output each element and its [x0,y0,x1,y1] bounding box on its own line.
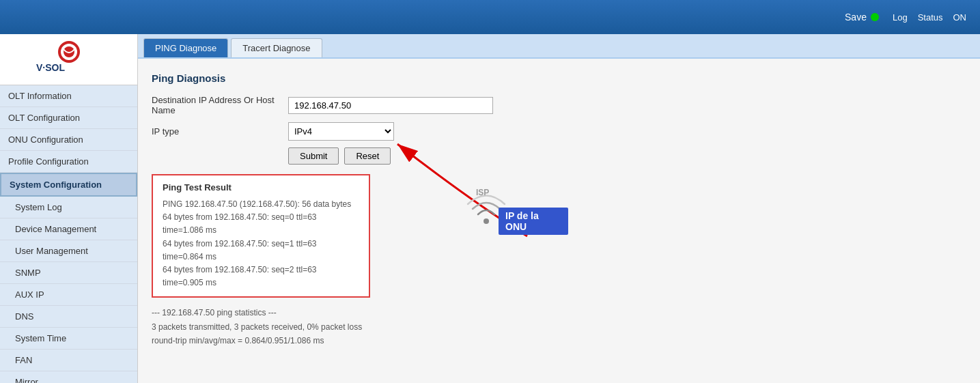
sidebar-item-fan[interactable]: FAN [0,350,137,371]
sidebar-item-aux-ip[interactable]: AUX IP [0,284,137,306]
log-link[interactable]: Log [893,12,908,23]
sidebar-item-olt-information[interactable]: OLT Information [0,85,137,107]
sidebar-item-user-management[interactable]: User Management [0,240,137,262]
header: Save Log Status ON [0,0,980,34]
ping-title: Ping Diagnosis [152,72,966,84]
submit-button[interactable]: Submit [288,147,339,165]
tab-tracert-diagnose[interactable]: Tracert Diagnose [231,38,322,57]
svg-text:V·SOL: V·SOL [36,62,65,73]
ip-type-select[interactable]: IPv4 IPv6 [288,122,394,141]
sidebar-item-snmp[interactable]: SNMP [0,262,137,284]
sidebar-item-dns[interactable]: DNS [0,306,137,328]
logo-area: V·SOL [0,34,137,85]
svg-point-5 [484,218,489,224]
reset-button[interactable]: Reset [344,147,391,165]
main-layout: V·SOL OLT InformationOLT ConfigurationON… [0,34,980,383]
save-label: Save [845,12,867,23]
ping-content: Ping Diagnosis Destination IP Address Or… [138,59,980,361]
ping-result-title: Ping Test Result [163,182,359,193]
vsol-logo: V·SOL [28,40,110,77]
sidebar-items-container: OLT InformationOLT ConfigurationONU Conf… [0,85,137,383]
tab-ping-diagnose[interactable]: PING Diagnose [143,38,228,57]
content-area: PING Diagnose Tracert Diagnose Ping Diag… [138,34,980,383]
dest-ip-input[interactable] [288,97,493,114]
status-indicator [871,13,879,21]
onu-annotation-label: IP de la ONU [499,208,568,235]
ip-type-row: IP type IPv4 IPv6 [152,122,966,141]
tab-bar: PING Diagnose Tracert Diagnose [138,34,980,59]
dest-ip-row: Destination IP Address Or Host Name [152,95,966,115]
wifi-icon: ISP [459,182,514,229]
ping-result-text: PING 192.168.47.50 (192.168.47.50): 56 d… [163,198,359,289]
on-link[interactable]: ON [953,12,967,23]
ping-stats: --- 192.168.47.50 ping statistics ---3 p… [152,306,966,347]
sidebar-item-device-management[interactable]: Device Management [0,218,137,240]
dest-ip-label: Destination IP Address Or Host Name [152,95,288,115]
wifi-icon-area: ISP [459,182,514,231]
header-links: Log Status ON [893,12,966,23]
sidebar-item-mirror[interactable]: Mirror [0,371,137,383]
sidebar-item-system-configuration[interactable]: System Configuration [0,173,137,197]
sidebar-item-olt-configuration[interactable]: OLT Configuration [0,107,137,129]
ping-result-box: Ping Test Result PING 192.168.47.50 (192… [152,174,370,298]
sidebar-item-system-time[interactable]: System Time [0,328,137,350]
sidebar-item-system-log[interactable]: System Log [0,197,137,218]
sidebar-item-onu-configuration[interactable]: ONU Configuration [0,129,137,151]
sidebar-item-profile-configuration[interactable]: Profile Configuration [0,151,137,173]
save-button[interactable]: Save [845,12,879,23]
svg-text:ISP: ISP [476,188,489,197]
sidebar: V·SOL OLT InformationOLT ConfigurationON… [0,34,138,383]
status-link[interactable]: Status [918,12,943,23]
action-buttons: Submit Reset [288,147,966,165]
ip-type-label: IP type [152,126,288,137]
